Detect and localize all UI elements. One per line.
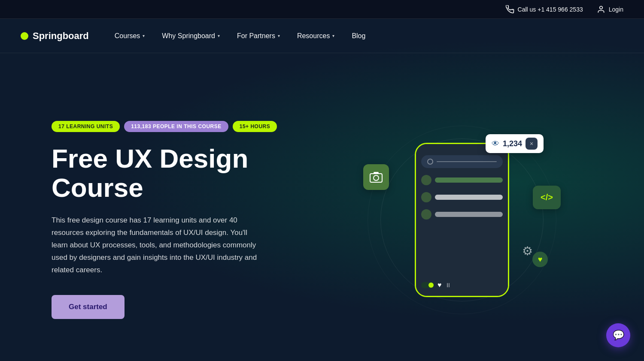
hero-title-line1: Free UX Design [52,144,248,173]
nav-for-partners[interactable]: For Partners ▾ [237,32,280,40]
svg-rect-3 [374,172,379,174]
navbar: Springboard Courses ▾ Why Springboard ▾ … [0,19,644,53]
badges-row: 17 LEARNING UNITS 113,183 PEOPLE IN THIS… [52,121,301,132]
get-started-button[interactable]: Get started [52,295,125,319]
login-link[interactable]: Login [597,5,623,14]
hero-title-line2: Course [52,173,143,202]
search-line [437,161,497,162]
phone-toggle [421,282,434,288]
gear-icon: ⚙ [522,244,533,258]
badge-learning-units: 17 LEARNING UNITS [52,121,120,132]
phone-screen: ♥ ⏸ [416,144,508,296]
nav-resources[interactable]: Resources ▾ [297,32,334,40]
logo[interactable]: Springboard [21,30,89,42]
nav-blog[interactable]: Blog [352,32,365,40]
nav-why-springboard[interactable]: Why Springboard ▾ [162,32,220,40]
code-card: </> [533,186,561,209]
nav-courses[interactable]: Courses ▾ [115,32,145,40]
top-bar: Call us +1 415 966 2533 Login [0,0,644,19]
hero-title: Free UX Design Course [52,144,301,202]
hero-left: 17 LEARNING UNITS 113,183 PEOPLE IN THIS… [52,121,301,319]
login-label: Login [609,6,623,13]
chat-button[interactable]: 💬 [606,323,630,347]
hero-illustration: ♥ ⏸ 👁 1,234 × [301,130,623,310]
chevron-down-icon: ▾ [278,33,280,38]
close-button[interactable]: × [526,138,538,150]
nav-courses-label: Courses [115,32,140,40]
camera-icon [369,171,383,183]
eye-icon: 👁 [492,139,499,148]
badge-people: 113,183 PEOPLE IN THIS COURSE [124,121,228,132]
phone-body: ♥ ⏸ [415,143,509,297]
phone-search-bar [421,155,503,168]
phone-avatar-1 [421,175,431,185]
phone-row-1 [421,175,503,185]
svg-point-2 [374,175,379,180]
nav-links: Courses ▾ Why Springboard ▾ For Partners… [115,32,366,40]
heart-card: ♥ [532,252,548,267]
phone-bottom-area: ♥ ⏸ [421,280,503,289]
phone-bar-white-2 [435,212,503,217]
badge-hours: 15+ HOURS [233,121,277,132]
chevron-down-icon: ▾ [332,33,334,38]
phone-row-2 [421,192,503,202]
views-card: 👁 1,234 × [486,134,544,153]
phone-avatar-2 [421,192,431,202]
phone-icon [506,5,514,14]
phone-toggle-row: ♥ ⏸ [421,281,503,289]
nav-blog-label: Blog [352,32,365,40]
heart-icon-small: ♥ [437,281,442,289]
svg-point-0 [599,6,602,9]
user-icon [597,5,605,14]
code-symbol: </> [541,193,553,202]
phone-dot-1 [421,209,431,220]
heart-icon: ♥ [538,255,543,264]
chevron-down-icon: ▾ [218,33,220,38]
phone-bar-green-1 [435,177,503,183]
pause-icon: ⏸ [445,282,451,289]
chat-icon: 💬 [613,330,624,341]
phone-contact[interactable]: Call us +1 415 966 2533 [506,5,583,14]
phone-label: Call us +1 415 966 2533 [518,6,583,13]
logo-text: Springboard [33,30,89,42]
camera-card [363,164,389,190]
phone-mockup: ♥ ⏸ 👁 1,234 × [389,130,535,310]
nav-why-label: Why Springboard [162,32,215,40]
nav-resources-label: Resources [297,32,330,40]
phone-bar-white-1 [435,195,503,200]
chevron-down-icon: ▾ [143,33,145,38]
phone-toggle-knob [428,283,434,288]
close-icon: × [530,140,533,147]
views-count: 1,234 [503,139,522,148]
search-circle-icon [427,159,433,165]
hero-description: This free design course has 17 learning … [52,214,258,276]
logo-dot [21,32,28,40]
hero-section: 17 LEARNING UNITS 113,183 PEOPLE IN THIS… [0,53,644,361]
nav-partners-label: For Partners [237,32,275,40]
phone-row-3 [421,209,503,220]
